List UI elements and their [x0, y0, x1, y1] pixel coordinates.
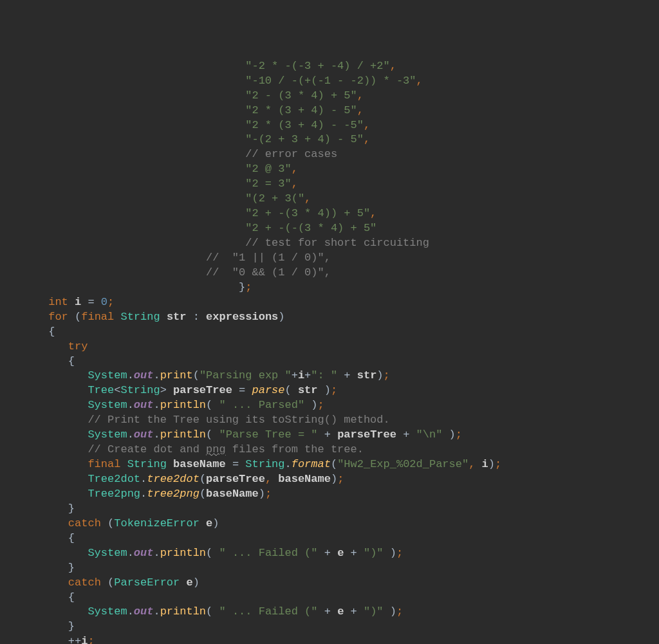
code-line: int i = 0;	[9, 295, 650, 310]
code-token: ,	[364, 133, 370, 145]
code-token: Tree2png	[88, 488, 140, 500]
code-token: {	[68, 591, 75, 603]
code-token: // Print the Tree using its toString() m…	[88, 414, 389, 426]
code-token: (	[206, 547, 219, 559]
code-token: out	[134, 605, 154, 618]
code-line: // error cases	[9, 147, 650, 162]
code-token: +	[344, 547, 364, 559]
code-token: println	[160, 605, 206, 618]
code-token: (	[206, 428, 219, 441]
code-line: }	[9, 620, 650, 634]
code-token: str	[298, 384, 318, 396]
code-token: e	[206, 517, 212, 529]
code-token: =	[81, 296, 101, 308]
code-token	[167, 458, 173, 470]
code-token: )	[376, 369, 383, 382]
code-token: ,	[416, 75, 423, 87]
code-token	[200, 517, 206, 529]
code-token: 0	[101, 296, 107, 308]
code-token: ParseError	[114, 576, 180, 589]
code-token: ;	[384, 369, 390, 382]
code-token: i	[81, 635, 88, 644]
code-token: (	[193, 369, 200, 382]
code-token: )	[304, 399, 317, 411]
code-token: out	[134, 428, 154, 441]
code-token: (	[107, 576, 114, 589]
code-token: // "1 || (1 / 0)",	[206, 252, 331, 264]
code-line: {	[9, 354, 650, 369]
code-token: )	[278, 311, 284, 323]
code-token: )	[384, 547, 396, 559]
code-token: System	[88, 605, 127, 618]
code-token: .	[153, 399, 160, 411]
code-token	[160, 311, 167, 323]
code-token: )	[442, 428, 455, 441]
code-token: (	[206, 399, 219, 411]
code-line: "2 * (3 + 4) - -5",	[9, 118, 650, 133]
code-token: System	[88, 399, 127, 411]
code-line: };	[9, 281, 650, 295]
code-editor[interactable]: "-2 * -(-3 + -4) / +2", "-10 / -(+(-1 - …	[0, 59, 659, 644]
code-token: ,	[304, 192, 311, 205]
code-token: // error cases	[245, 148, 337, 160]
code-line: // "1 || (1 / 0)",	[9, 251, 650, 266]
code-token: "2 * (3 + 4) - -5"	[245, 119, 364, 131]
code-token: (	[200, 473, 206, 485]
code-token: tree2png	[147, 488, 200, 500]
code-token: .	[127, 547, 134, 559]
code-token: png	[206, 443, 226, 455]
code-token: )	[331, 473, 337, 485]
code-line: catch (TokenizeError e)	[9, 517, 650, 531]
code-token: }	[68, 502, 75, 515]
code-token: .	[127, 428, 134, 441]
code-token: +	[337, 369, 357, 382]
code-token: i	[298, 369, 304, 382]
code-line: "-10 / -(+(-1 - -2)) * -3",	[9, 74, 650, 89]
code-token: ,	[292, 163, 298, 175]
code-token: int	[48, 296, 75, 308]
code-token: try	[68, 340, 88, 353]
code-token: "-10 / -(+(-1 - -2)) * -3"	[245, 75, 416, 87]
code-line: "2 = 3",	[9, 177, 650, 192]
code-token: ,	[357, 89, 364, 102]
code-token: ")"	[364, 547, 384, 559]
code-token: {	[48, 326, 55, 338]
code-token: (	[285, 384, 298, 396]
code-token: String	[120, 311, 160, 323]
code-token: ;	[265, 488, 272, 500]
code-token: "2 - (3 * 4) + 5"	[245, 89, 357, 102]
code-token: .	[153, 369, 160, 382]
code-token: tree2dot	[147, 473, 200, 485]
code-token: ;	[495, 458, 501, 470]
code-token: +	[318, 547, 338, 559]
code-token: (	[206, 605, 219, 618]
code-token: parseTree	[206, 473, 265, 485]
code-token: :	[186, 311, 206, 323]
code-line: // Create dot and png files from the tre…	[9, 443, 650, 457]
code-token: " ... Parsed"	[219, 399, 304, 411]
code-line: try	[9, 340, 650, 354]
code-token: out	[134, 399, 154, 411]
code-token: parseTree	[337, 428, 396, 441]
code-line: "2 * (3 + 4) - 5",	[9, 104, 650, 118]
code-token: out	[134, 369, 154, 382]
code-token: ,	[370, 207, 376, 219]
code-token: .	[153, 547, 160, 559]
code-token: +	[318, 605, 338, 618]
code-token: ,	[469, 458, 481, 470]
code-token: =	[232, 384, 252, 396]
code-token: " ... Failed ("	[219, 547, 317, 559]
code-line: }	[9, 561, 650, 576]
code-token: "(2 + 3("	[245, 192, 304, 205]
code-line: "2 + -(3 * 4)) + 5",	[9, 207, 650, 221]
code-token: str	[357, 369, 377, 382]
code-token: .	[285, 458, 292, 470]
code-token: ;	[107, 296, 114, 308]
code-line: System.out.println( " ... Failed (" + e …	[9, 546, 650, 561]
code-token: +	[304, 369, 311, 382]
code-line: "-(2 + 3 + 4) - 5",	[9, 133, 650, 147]
code-token: (	[200, 488, 206, 500]
code-token: )	[193, 576, 200, 589]
code-token: String	[245, 458, 284, 470]
code-token: =	[226, 458, 246, 470]
